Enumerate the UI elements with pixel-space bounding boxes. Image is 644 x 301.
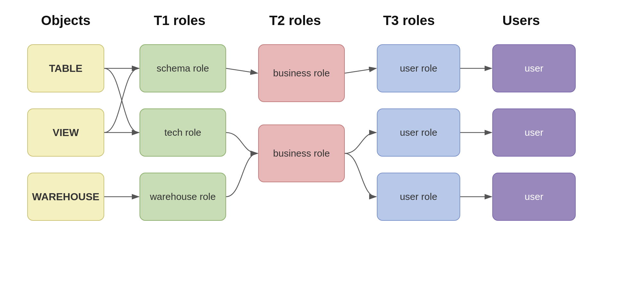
arrow-view-schema: [104, 68, 139, 133]
arrow-br2-ur3: [345, 153, 376, 197]
t3-user-role-3: user role: [377, 173, 460, 221]
header-t3: T3 roles: [383, 13, 435, 28]
t1-tech-role: tech role: [140, 108, 226, 157]
arrow-tech-br2: [226, 133, 258, 153]
header-t1: T1 roles: [154, 13, 205, 28]
t3-user-role-2: user role: [377, 108, 460, 157]
t1-schema-role: schema role: [140, 44, 226, 92]
arrow-table-tech: [104, 68, 139, 133]
object-view: VIEW: [27, 108, 104, 157]
object-warehouse: WAREHOUSE: [27, 173, 104, 221]
t1-warehouse-role: warehouse role: [140, 173, 226, 221]
t3-user-role-1: user role: [377, 44, 460, 92]
t2-business-role-2: business role: [258, 125, 345, 182]
header-users: Users: [503, 13, 540, 28]
object-table: TABLE: [27, 44, 104, 92]
header-objects: Objects: [41, 13, 90, 28]
user-2: user: [492, 108, 576, 157]
header-t2: T2 roles: [269, 13, 321, 28]
diagram-container: Objects T1 roles T2 roles T3 roles Users…: [0, 0, 644, 301]
arrow-schema-br1: [226, 68, 258, 73]
t2-business-role-1: business role: [258, 44, 345, 102]
arrow-br1-ur1: [345, 68, 376, 73]
arrow-warehouse-br2: [226, 153, 258, 197]
user-3: user: [492, 173, 576, 221]
layout-wrapper: TABLE VIEW WAREHOUSE schema role tech ro…: [19, 38, 625, 301]
user-1: user: [492, 44, 576, 92]
arrow-br2-ur2: [345, 133, 376, 153]
